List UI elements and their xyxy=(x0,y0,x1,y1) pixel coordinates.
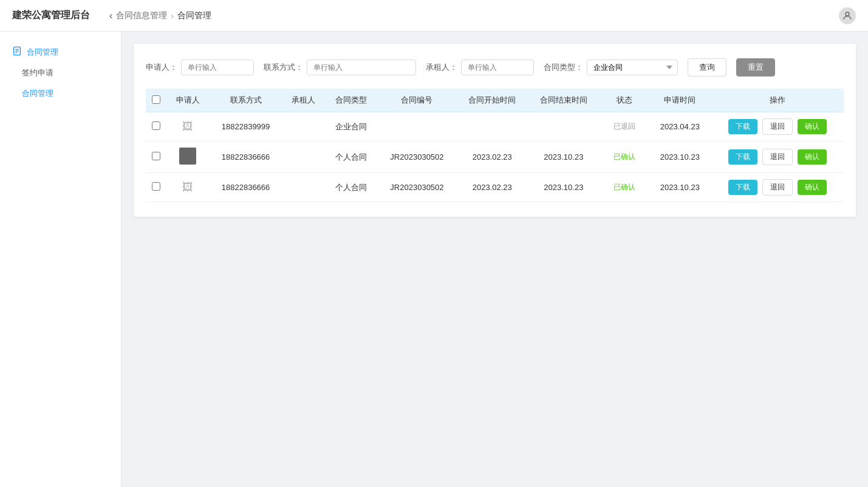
row-end-time-0 xyxy=(528,112,600,141)
row-actions-1: 下载 退回 确认 xyxy=(711,141,844,173)
col-apply-time: 申请时间 xyxy=(649,89,711,112)
download-button-2[interactable]: 下载 xyxy=(728,180,757,195)
sidebar-item-signing[interactable]: 签约申请 xyxy=(0,63,121,83)
status-badge-1: 已确认 xyxy=(610,151,639,163)
filter-applicant: 申请人： xyxy=(146,60,254,75)
row-tenant-1 xyxy=(282,141,325,173)
contact-label: 联系方式： xyxy=(264,62,303,73)
withdraw-button-1[interactable]: 退回 xyxy=(762,149,793,165)
type-label: 合同类型： xyxy=(544,62,583,73)
row-end-time-2: 2023.10.23 xyxy=(528,173,600,202)
row-checkbox-1[interactable] xyxy=(152,152,160,160)
col-start-time: 合同开始时间 xyxy=(456,89,528,112)
row-tenant-0 xyxy=(282,112,325,141)
action-group-1: 下载 退回 确认 xyxy=(717,149,838,165)
row-checkbox-2[interactable] xyxy=(152,182,160,191)
sidebar-section-contract[interactable]: 合同管理 xyxy=(0,41,121,63)
filter-tenant: 承租人： xyxy=(426,60,534,75)
action-group-2: 下载 退回 确认 xyxy=(717,179,838,196)
select-all-checkbox[interactable] xyxy=(152,95,160,104)
row-end-time-1: 2023.10.23 xyxy=(528,141,600,173)
status-badge-0: 已退回 xyxy=(610,120,639,133)
query-button[interactable]: 查询 xyxy=(688,58,726,77)
main-content: 申请人： 联系方式： 承租人： 合同类型： 企业合同 xyxy=(121,32,868,487)
col-action: 操作 xyxy=(711,89,844,112)
table-row: 18822836666 个人合同 JR2023030502 2023.02.23… xyxy=(146,141,844,173)
row-applicant-0: 🖼 xyxy=(166,112,210,141)
row-apply-time-0: 2023.04.23 xyxy=(649,112,711,141)
row-contact-0: 18822839999 xyxy=(210,112,282,141)
app-title: 建荣公寓管理后台 xyxy=(12,9,90,22)
header-right xyxy=(839,7,856,24)
reset-button[interactable]: 重置 xyxy=(736,58,775,77)
withdraw-button-2[interactable]: 退回 xyxy=(762,179,793,196)
breadcrumb-current: 合同管理 xyxy=(177,10,211,21)
row-contract-type-1: 个人合同 xyxy=(325,141,377,173)
status-badge-2: 已确认 xyxy=(610,181,639,194)
confirm-button-2[interactable]: 确认 xyxy=(798,180,827,195)
row-actions-2: 下载 退回 确认 xyxy=(711,173,844,202)
row-contract-type-0: 企业合同 xyxy=(325,112,377,141)
row-apply-time-1: 2023.10.23 xyxy=(649,141,711,173)
tenant-label: 承租人： xyxy=(426,62,457,73)
col-end-time: 合同结束时间 xyxy=(528,89,600,112)
download-button-0[interactable]: 下载 xyxy=(728,119,757,134)
header: 建荣公寓管理后台 ‹ 合同信息管理 › 合同管理 xyxy=(0,0,868,32)
row-tenant-2 xyxy=(282,173,325,202)
table-wrap: 申请人 联系方式 承租人 合同类型 合同编号 合同开始时间 合同结束时间 状态 … xyxy=(146,89,844,202)
type-select[interactable]: 企业合同 个人合同 xyxy=(587,60,678,75)
sidebar: 合同管理 签约申请 合同管理 xyxy=(0,32,121,487)
table-row: 🖼 18822836666 个人合同 JR2023030502 2023.02.… xyxy=(146,173,844,202)
row-start-time-0 xyxy=(456,112,528,141)
row-status-1: 已确认 xyxy=(600,141,649,173)
row-checkbox-0[interactable] xyxy=(152,121,160,130)
row-contract-type-2: 个人合同 xyxy=(325,173,377,202)
col-contact: 联系方式 xyxy=(210,89,282,112)
app-container: 建荣公寓管理后台 ‹ 合同信息管理 › 合同管理 xyxy=(0,0,868,487)
sidebar-item-contract-mgmt[interactable]: 合同管理 xyxy=(0,83,121,104)
col-contract-no: 合同编号 xyxy=(378,89,457,112)
contract-table: 申请人 联系方式 承租人 合同类型 合同编号 合同开始时间 合同结束时间 状态 … xyxy=(146,89,844,202)
filter-contact: 联系方式： xyxy=(264,60,416,75)
filter-row: 申请人： 联系方式： 承租人： 合同类型： 企业合同 xyxy=(146,58,844,77)
back-icon[interactable]: ‹ xyxy=(109,10,112,21)
col-tenant: 承租人 xyxy=(282,89,325,112)
row-contract-no-0 xyxy=(378,112,457,141)
row-checkbox-cell xyxy=(146,141,166,173)
row-contract-no-2: JR2023030502 xyxy=(378,173,457,202)
applicant-input[interactable] xyxy=(181,60,254,75)
confirm-button-0[interactable]: 确认 xyxy=(798,119,827,134)
breadcrumb-root[interactable]: 合同信息管理 xyxy=(116,10,167,21)
body: 合同管理 签约申请 合同管理 申请人： 联系方式： xyxy=(0,32,868,487)
sidebar-section-label: 合同管理 xyxy=(27,47,58,58)
applicant-icon: 🖼 xyxy=(182,181,193,193)
tenant-input[interactable] xyxy=(461,60,534,75)
filter-type: 合同类型： 企业合同 个人合同 xyxy=(544,60,678,75)
withdraw-button-0[interactable]: 退回 xyxy=(762,118,793,135)
sidebar-section-icon xyxy=(12,46,22,58)
row-checkbox-cell xyxy=(146,173,166,202)
row-actions-0: 下载 退回 确认 xyxy=(711,112,844,141)
svg-point-0 xyxy=(846,12,849,16)
col-contract-type: 合同类型 xyxy=(325,89,377,112)
content-card: 申请人： 联系方式： 承租人： 合同类型： 企业合同 xyxy=(134,44,856,217)
contact-input[interactable] xyxy=(307,60,416,75)
user-avatar-icon[interactable] xyxy=(839,7,856,24)
row-start-time-2: 2023.02.23 xyxy=(456,173,528,202)
sidebar-item-signing-label: 签约申请 xyxy=(22,68,53,77)
breadcrumb-separator: › xyxy=(171,11,174,21)
row-apply-time-2: 2023.10.23 xyxy=(649,173,711,202)
breadcrumb: ‹ 合同信息管理 › 合同管理 xyxy=(109,10,211,21)
row-status-0: 已退回 xyxy=(600,112,649,141)
col-checkbox xyxy=(146,89,166,112)
row-contract-no-1: JR2023030502 xyxy=(378,141,457,173)
row-applicant-2: 🖼 xyxy=(166,173,210,202)
table-header-row: 申请人 联系方式 承租人 合同类型 合同编号 合同开始时间 合同结束时间 状态 … xyxy=(146,89,844,112)
confirm-button-1[interactable]: 确认 xyxy=(798,149,827,165)
download-button-1[interactable]: 下载 xyxy=(728,149,757,165)
sidebar-item-contract-mgmt-label: 合同管理 xyxy=(22,89,53,98)
row-contact-2: 18822836666 xyxy=(210,173,282,202)
row-applicant-1 xyxy=(166,141,210,173)
row-contact-1: 18822836666 xyxy=(210,141,282,173)
row-checkbox-cell xyxy=(146,112,166,141)
